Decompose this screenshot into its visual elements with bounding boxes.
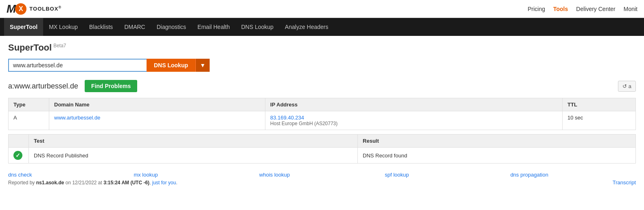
footer-link-whois-lookup[interactable]: whois lookup [259,172,385,178]
mainnav-mx-lookup[interactable]: MX Lookup [43,18,83,36]
footer-link-spf-lookup[interactable]: spf lookup [385,172,510,178]
dns-lookup-button[interactable]: DNS Lookup [147,59,195,72]
report-time: 3:15:24 AM (UTC -6) [103,180,149,186]
domain-header: a:www.arturbessel.de Find Problems ↺ a [8,80,636,92]
cell-ip: 83.169.40.234 Host Europe GmbH (AS20773) [265,111,562,130]
footer-links: dns check mx lookup whois lookup spf loo… [8,168,636,178]
transcript-link[interactable]: Transcript [613,179,636,186]
main-nav: SuperTool MX Lookup Blacklists DMARC Dia… [0,18,644,36]
logo-x-circle: X [15,3,26,15]
page-title: SuperToolBeta7 [8,42,636,53]
table-row: ✓ DNS Record Published DNS Record found [9,148,636,164]
dns-results-table: Type Domain Name IP Address TTL A www.ar… [8,98,636,130]
cell-test-result: DNS Record found [358,148,636,164]
mainnav-analyze-headers[interactable]: Analyze Headers [279,18,334,36]
col-header-ip-address: IP Address [265,98,562,111]
footer-link-dns-propagation[interactable]: dns propagation [510,172,636,178]
nav-pricing[interactable]: Pricing [528,6,545,12]
mainnav-dmarc[interactable]: DMARC [118,18,151,36]
col-header-status [9,135,29,148]
mainnav-supertool[interactable]: SuperTool [4,18,43,36]
dns-table-body: A www.arturbessel.de 83.169.40.234 Host … [9,111,636,130]
col-header-test: Test [29,135,358,148]
col-header-type: Type [9,98,49,111]
logo-area: M X TOOLBOX® [7,3,61,15]
just-for-you-link[interactable]: just for you [151,180,176,186]
domain-title: a:www.arturbessel.de [8,82,78,91]
mainnav-diagnostics[interactable]: Diagnostics [151,18,192,36]
domain-prefix: a: [8,82,14,90]
beta-badge: Beta7 [53,43,66,49]
domain-section: a:www.arturbessel.de Find Problems ↺ a T… [8,80,636,186]
nav-tools[interactable]: Tools [553,6,568,12]
search-input[interactable] [8,59,147,72]
reporter-name: ns1.asok.de [36,180,64,186]
lookup-dropdown-button[interactable]: ▼ [195,59,210,72]
nav-monitor[interactable]: Monit [624,6,637,12]
domain-link[interactable]: www.arturbessel.de [54,115,100,121]
content-area: SuperToolBeta7 DNS Lookup ▼ a:www.arturb… [0,36,644,192]
cell-test-name: DNS Record Published [29,148,358,164]
mainnav-email-health[interactable]: Email Health [192,18,235,36]
find-problems-button[interactable]: Find Problems [85,80,137,92]
page-title-text: SuperTool [8,42,52,53]
col-header-domain-name: Domain Name [49,98,265,111]
top-nav-links: Pricing Tools Delivery Center Monit [528,6,637,12]
search-bar: DNS Lookup ▼ [8,59,212,72]
logo-toolbox-text: TOOLBOX® [29,5,61,12]
nav-delivery-center[interactable]: Delivery Center [576,6,615,12]
footer-link-dns-check[interactable]: dns check [8,172,134,178]
mainnav-dns-lookup[interactable]: DNS Lookup [235,18,279,36]
footer-report-text: Reported by ns1.asok.de on 12/21/2022 at… [8,180,177,186]
table-row: A www.arturbessel.de 83.169.40.234 Host … [9,111,636,130]
refresh-button[interactable]: ↺ a [618,81,636,92]
dns-table-header: Type Domain Name IP Address TTL [9,98,636,111]
cell-domain-name: www.arturbessel.de [49,111,265,130]
pass-icon: ✓ [13,151,22,160]
col-header-result: Result [358,135,636,148]
col-header-ttl: TTL [563,98,636,111]
tests-table-body: ✓ DNS Record Published DNS Record found [9,148,636,164]
report-prefix: Reported by [8,180,36,186]
footer-report: Reported by ns1.asok.de on 12/21/2022 at… [8,179,636,186]
footer-link-mx-lookup[interactable]: mx lookup [134,172,259,178]
mainnav-blacklists[interactable]: Blacklists [83,18,118,36]
logo-box: M X TOOLBOX® [7,3,61,15]
ip-host: Host Europe GmbH (AS20773) [270,121,557,126]
domain-name: www.arturbessel.de [14,82,78,90]
report-on: on 12/21/2022 at [64,180,103,186]
cell-ttl: 10 sec [563,111,636,130]
ip-address-link[interactable]: 83.169.40.234 [270,115,304,121]
logo-registered: ® [58,5,61,9]
top-bar: M X TOOLBOX® Pricing Tools Delivery Cent… [0,0,644,18]
logo-m-letter: M [7,3,16,15]
tests-table: Test Result ✓ DNS Record Published DNS R… [8,134,636,164]
tests-table-header: Test Result [9,135,636,148]
cell-type: A [9,111,49,130]
cell-status-icon: ✓ [9,148,29,164]
